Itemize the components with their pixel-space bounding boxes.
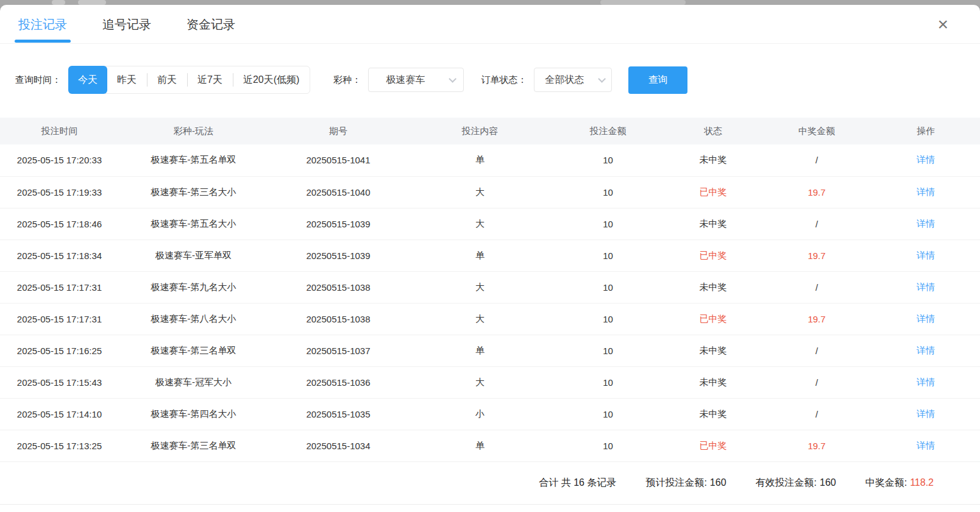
time-option-3[interactable]: 近7天 bbox=[187, 66, 233, 93]
cell-content: 大 bbox=[408, 176, 552, 208]
table-body: 2025-05-15 17:20:33极速赛车-第五名单双20250515-10… bbox=[0, 144, 980, 461]
cell-time: 2025-05-15 17:13:25 bbox=[0, 430, 119, 461]
cell-amount: 10 bbox=[552, 430, 664, 461]
cell-game: 极速赛车-第三名单双 bbox=[119, 430, 268, 461]
table-row: 2025-05-15 17:15:43极速赛车-冠军大小20250515-103… bbox=[0, 366, 980, 398]
detail-link[interactable]: 详情 bbox=[917, 282, 935, 292]
close-icon[interactable]: × bbox=[937, 15, 948, 34]
cell-issue: 20250515-1038 bbox=[268, 271, 408, 303]
time-option-0[interactable]: 今天 bbox=[68, 66, 107, 94]
time-filter-label: 查询时间： bbox=[15, 74, 61, 86]
detail-link[interactable]: 详情 bbox=[917, 187, 935, 197]
detail-link[interactable]: 详情 bbox=[917, 377, 935, 387]
cell-game: 极速赛车-第五名单双 bbox=[119, 144, 268, 176]
time-option-1[interactable]: 昨天 bbox=[107, 66, 147, 93]
column-header: 彩种-玩法 bbox=[119, 118, 268, 144]
status-select-value: 全部状态 bbox=[545, 74, 584, 87]
status-select[interactable]: 全部状态 bbox=[534, 68, 612, 92]
cell-game: 极速赛车-第四名大小 bbox=[119, 398, 268, 430]
cell-game: 极速赛车-第八名大小 bbox=[119, 303, 268, 335]
summary-expected-amount: 预计投注金额:160 bbox=[645, 477, 726, 489]
detail-link[interactable]: 详情 bbox=[917, 154, 935, 165]
cell-content: 大 bbox=[408, 208, 552, 240]
cell-content: 小 bbox=[408, 398, 552, 430]
table-row: 2025-05-15 17:17:31极速赛车-第九名大小20250515-10… bbox=[0, 271, 980, 303]
cell-game: 极速赛车-亚军单双 bbox=[119, 240, 268, 271]
query-button[interactable]: 查询 bbox=[628, 66, 687, 94]
time-option-2[interactable]: 前天 bbox=[147, 66, 187, 93]
cell-action: 详情 bbox=[872, 430, 980, 461]
detail-link[interactable]: 详情 bbox=[917, 313, 935, 324]
cell-game: 极速赛车-第五名大小 bbox=[119, 208, 268, 240]
table-row: 2025-05-15 17:17:31极速赛车-第八名大小20250515-10… bbox=[0, 303, 980, 335]
cell-prize: / bbox=[762, 271, 872, 303]
chevron-down-icon bbox=[598, 75, 606, 83]
cell-action: 详情 bbox=[872, 303, 980, 335]
table-row: 2025-05-15 17:18:34极速赛车-亚军单双20250515-103… bbox=[0, 240, 980, 271]
cell-time: 2025-05-15 17:15:43 bbox=[0, 366, 119, 398]
summary-win-amount: 中奖金额:118.2 bbox=[865, 477, 934, 489]
table-header-row: 投注时间彩种-玩法期号投注内容投注金额状态中奖金额操作 bbox=[0, 118, 980, 144]
summary-valid-amount: 有效投注金额:160 bbox=[756, 477, 836, 489]
table-row: 2025-05-15 17:18:46极速赛车-第五名大小20250515-10… bbox=[0, 208, 980, 240]
detail-link[interactable]: 详情 bbox=[917, 250, 935, 260]
table-row: 2025-05-15 17:13:25极速赛车-第三名单双20250515-10… bbox=[0, 430, 980, 461]
cell-issue: 20250515-1041 bbox=[268, 144, 408, 176]
summary-bar: 合计 共 16 条记录 预计投注金额:160 有效投注金额:160 中奖金额:1… bbox=[0, 462, 980, 505]
cell-status: 已中奖 bbox=[664, 240, 762, 271]
cell-issue: 20250515-1038 bbox=[268, 303, 408, 335]
detail-link[interactable]: 详情 bbox=[917, 408, 935, 419]
cell-amount: 10 bbox=[552, 176, 664, 208]
cell-status: 未中奖 bbox=[664, 366, 762, 398]
cell-status: 未中奖 bbox=[664, 144, 762, 176]
cell-prize: 19.7 bbox=[762, 240, 872, 271]
tab-fund-records[interactable]: 资金记录 bbox=[186, 5, 235, 44]
table-row: 2025-05-15 17:19:33极速赛车-第三名大小20250515-10… bbox=[0, 176, 980, 208]
filter-bar: 查询时间： 今天昨天前天近7天近20天(低频) 彩种： 极速赛车 订单状态： 全… bbox=[15, 66, 980, 94]
cell-amount: 10 bbox=[552, 398, 664, 430]
cell-amount: 10 bbox=[552, 271, 664, 303]
betting-records-modal: 投注记录 追号记录 资金记录 × 查询时间： 今天昨天前天近7天近20天(低频)… bbox=[0, 5, 980, 512]
cell-game: 极速赛车-冠军大小 bbox=[119, 366, 268, 398]
cell-action: 详情 bbox=[872, 240, 980, 271]
status-filter-label: 订单状态： bbox=[481, 74, 527, 86]
tab-bet-records[interactable]: 投注记录 bbox=[18, 5, 67, 44]
cell-game: 极速赛车-第三名单双 bbox=[119, 335, 268, 366]
cell-time: 2025-05-15 17:16:25 bbox=[0, 335, 119, 366]
cell-amount: 10 bbox=[552, 335, 664, 366]
cell-prize: / bbox=[762, 144, 872, 176]
cell-time: 2025-05-15 17:18:34 bbox=[0, 240, 119, 271]
time-option-4[interactable]: 近20天(低频) bbox=[233, 66, 310, 93]
tab-chase-records[interactable]: 追号记录 bbox=[102, 5, 151, 44]
cell-action: 详情 bbox=[872, 398, 980, 430]
cell-issue: 20250515-1039 bbox=[268, 240, 408, 271]
cell-time: 2025-05-15 17:19:33 bbox=[0, 176, 119, 208]
cell-status: 已中奖 bbox=[664, 430, 762, 461]
column-header: 中奖金额 bbox=[762, 118, 872, 144]
column-header: 投注金额 bbox=[552, 118, 664, 144]
cell-prize: / bbox=[762, 335, 872, 366]
tab-bar: 投注记录 追号记录 资金记录 × bbox=[0, 5, 980, 44]
cell-amount: 10 bbox=[552, 240, 664, 271]
cell-status: 未中奖 bbox=[664, 208, 762, 240]
cell-action: 详情 bbox=[872, 366, 980, 398]
cell-content: 大 bbox=[408, 303, 552, 335]
cell-status: 未中奖 bbox=[664, 271, 762, 303]
cell-time: 2025-05-15 17:18:46 bbox=[0, 208, 119, 240]
column-header: 投注内容 bbox=[408, 118, 552, 144]
cell-prize: / bbox=[762, 208, 872, 240]
background-artifact bbox=[600, 0, 686, 5]
detail-link[interactable]: 详情 bbox=[917, 440, 935, 450]
cell-prize: / bbox=[762, 398, 872, 430]
lottery-filter-label: 彩种： bbox=[333, 74, 361, 86]
chevron-down-icon bbox=[449, 75, 457, 83]
lottery-select[interactable]: 极速赛车 bbox=[368, 68, 464, 92]
cell-content: 单 bbox=[408, 335, 552, 366]
summary-total: 合计 共 16 条记录 bbox=[539, 477, 616, 489]
cell-amount: 10 bbox=[552, 208, 664, 240]
cell-issue: 20250515-1039 bbox=[268, 208, 408, 240]
detail-link[interactable]: 详情 bbox=[917, 218, 935, 229]
detail-link[interactable]: 详情 bbox=[917, 345, 935, 355]
cell-amount: 10 bbox=[552, 144, 664, 176]
cell-amount: 10 bbox=[552, 303, 664, 335]
